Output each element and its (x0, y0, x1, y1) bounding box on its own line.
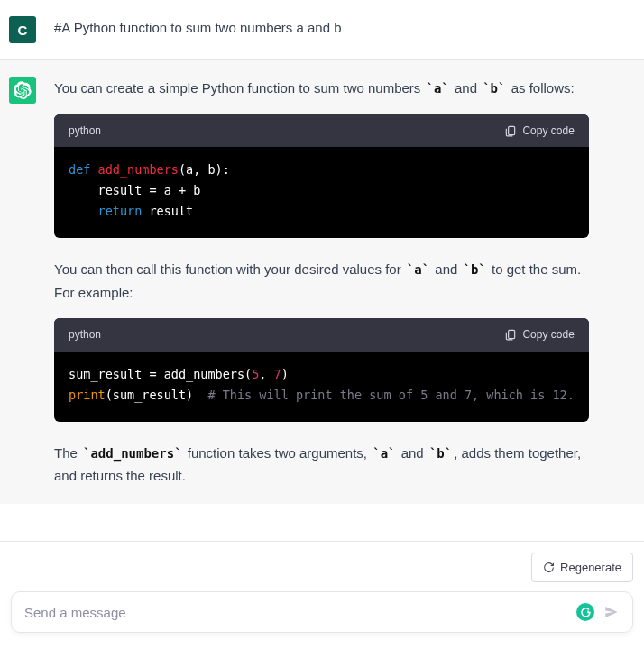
user-message-row: C #A Python function to sum two numbers … (0, 0, 644, 60)
assistant-intro: You can create a simple Python function … (54, 77, 589, 100)
user-prompt-text: #A Python function to sum two numbers a … (54, 16, 631, 43)
message-input-container (11, 591, 633, 633)
code-block-header: python Copy code (54, 114, 589, 147)
svg-rect-0 (509, 126, 515, 134)
assistant-avatar (9, 77, 36, 104)
assistant-outro: The `add_numbers` function takes two arg… (54, 442, 589, 488)
inline-code-b: `b` (428, 446, 454, 461)
copy-code-button[interactable]: Copy code (504, 325, 574, 343)
code-language-label: python (69, 122, 101, 140)
message-input[interactable] (24, 605, 567, 620)
assistant-mid: You can then call this function with you… (54, 258, 589, 304)
inline-code-a: `a` (405, 262, 431, 277)
inline-code-fn: `add_numbers` (81, 446, 184, 461)
inline-code-b: `b` (462, 262, 488, 277)
send-icon (603, 604, 620, 620)
regenerate-button[interactable]: Regenerate (531, 553, 633, 582)
send-button[interactable] (603, 604, 620, 620)
code-block-2: python Copy code sum_result = add_number… (54, 318, 589, 421)
code-content: def add_numbers(a, b): result = a + b re… (54, 147, 589, 238)
svg-rect-1 (509, 331, 515, 339)
clipboard-icon (504, 328, 517, 341)
assistant-content: You can create a simple Python function … (54, 77, 625, 488)
user-avatar: C (9, 16, 36, 43)
copy-code-button[interactable]: Copy code (504, 122, 574, 140)
code-language-label: python (69, 325, 101, 343)
inline-code-a: `a` (425, 81, 451, 96)
regenerate-icon (543, 562, 555, 573)
assistant-message-row: You can create a simple Python function … (0, 60, 644, 504)
code-block-header: python Copy code (54, 318, 589, 351)
code-block-1: python Copy code def add_numbers(a, b): … (54, 114, 589, 238)
inline-code-a: `a` (371, 446, 397, 461)
inline-code-b: `b` (481, 81, 507, 96)
code-content: sum_result = add_numbers(5, 7) print(sum… (54, 352, 589, 422)
clipboard-icon (504, 124, 517, 137)
grammarly-icon[interactable] (576, 603, 594, 621)
openai-logo-icon (14, 81, 32, 99)
bottom-bar: Regenerate (0, 541, 644, 649)
